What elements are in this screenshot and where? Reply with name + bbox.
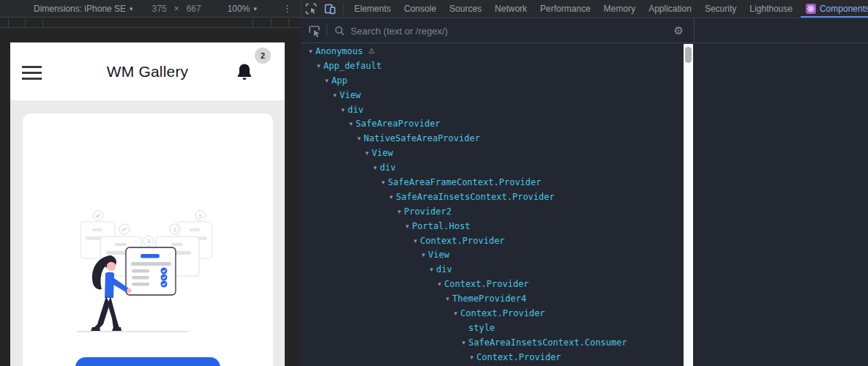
inspect-element-icon[interactable] xyxy=(305,3,317,15)
tree-row[interactable]: ▾SafeAreaInsetsContext.Consumer xyxy=(301,335,684,350)
expand-arrow-icon[interactable]: ▾ xyxy=(419,251,428,258)
component-name: ThemeProvider4 xyxy=(452,294,526,304)
expand-arrow-icon[interactable]: ▾ xyxy=(330,92,340,99)
zoom-select[interactable]: 100% ▾ xyxy=(228,4,257,14)
svg-text:5: 5 xyxy=(199,213,203,220)
select-component-icon[interactable] xyxy=(308,25,321,37)
tab-console[interactable]: Console xyxy=(397,0,443,18)
chevron-down-icon: ▾ xyxy=(130,5,133,12)
expand-arrow-icon[interactable]: ▾ xyxy=(394,208,404,215)
tab-lighthouse[interactable]: Lighthouse xyxy=(743,0,799,18)
tab-memory[interactable]: Memory xyxy=(597,0,642,18)
svg-text:3: 3 xyxy=(147,238,151,244)
component-name: div xyxy=(380,163,396,173)
tree-row[interactable]: ▾App_default xyxy=(301,59,684,73)
tab-performance[interactable]: Performance xyxy=(534,0,597,18)
tree-row[interactable]: style xyxy=(301,321,684,335)
notification-badge: 2 xyxy=(255,48,271,64)
tree-row[interactable]: ▾SafeAreaInsetsContext.Provider xyxy=(301,190,684,204)
expand-arrow-icon[interactable]: ▾ xyxy=(403,223,412,230)
content-card: 315 xyxy=(23,113,273,366)
kebab-menu-icon[interactable]: ⋮ xyxy=(283,3,292,14)
tree-row[interactable]: ▾App xyxy=(301,73,684,88)
expand-arrow-icon[interactable]: ▾ xyxy=(306,48,315,55)
tree-row[interactable]: ▾div xyxy=(301,160,684,175)
tab-sources[interactable]: Sources xyxy=(443,0,488,18)
tree-row[interactable]: ▾SafeAreaProvider xyxy=(301,116,684,131)
device-toolbar: Dimensions: iPhone SE ▾ 375 × 667 100% ▾… xyxy=(0,0,301,18)
tree-row[interactable]: ▾View xyxy=(301,88,684,102)
expand-arrow-icon[interactable]: ▾ xyxy=(370,164,380,171)
component-name: Anonymous xyxy=(315,46,363,56)
tree-row[interactable]: ▾Context.Provider xyxy=(301,277,684,291)
component-tree: ▾Anonymous⚠▾App_default▾App▾View▾div▾Saf… xyxy=(301,44,684,366)
expand-arrow-icon[interactable]: ▾ xyxy=(338,106,348,113)
device-toolbar-toggle-icon[interactable] xyxy=(324,3,336,15)
component-details-pane xyxy=(694,44,868,366)
tab-components[interactable]: Components xyxy=(799,0,868,18)
cta-button[interactable] xyxy=(75,357,220,366)
scrollbar-thumb[interactable] xyxy=(685,47,692,63)
expand-arrow-icon[interactable]: ▾ xyxy=(362,149,372,157)
expand-arrow-icon[interactable]: ▾ xyxy=(435,280,444,288)
tree-row[interactable]: ▾Context.Provider xyxy=(301,350,684,365)
react-components-panel: ⚙ ▾Anonymous⚠▾App_default▾App▾View▾div▾S… xyxy=(301,18,868,366)
component-name: SafeAreaProvider xyxy=(356,119,441,129)
tree-row[interactable]: ▾div xyxy=(301,262,684,277)
width-input[interactable]: 375 xyxy=(152,4,167,14)
expand-arrow-icon[interactable]: ▾ xyxy=(354,135,364,142)
expand-arrow-icon[interactable]: ▾ xyxy=(314,62,323,70)
tab-application[interactable]: Application xyxy=(642,0,698,18)
expand-arrow-icon[interactable]: ▾ xyxy=(459,339,468,346)
gear-icon[interactable]: ⚙ xyxy=(674,24,684,37)
expand-arrow-icon[interactable]: ▾ xyxy=(451,310,460,317)
tree-row[interactable]: ▾Portal.Host xyxy=(301,219,684,234)
tree-row[interactable]: ▾div xyxy=(301,102,684,117)
multiply-icon: × xyxy=(174,4,179,14)
tree-row[interactable]: ▾SafeAreaFrameContext.Provider xyxy=(301,175,684,190)
tree-row[interactable]: ▾NativeSafeAreaProvider xyxy=(301,131,684,146)
component-name: Context.Provider xyxy=(460,308,545,318)
search-input[interactable] xyxy=(351,26,674,37)
tree-row[interactable]: ▾Context.Provider xyxy=(301,234,684,248)
tab-security[interactable]: Security xyxy=(698,0,743,18)
bell-icon[interactable] xyxy=(235,62,254,83)
components-toolbar: ⚙ xyxy=(301,18,868,43)
tree-row[interactable]: ▾View xyxy=(301,146,684,160)
tree-row[interactable]: ▾Context.Provider xyxy=(301,306,684,321)
expand-arrow-icon[interactable]: ▾ xyxy=(378,179,388,186)
onboarding-illustration: 315 xyxy=(75,210,217,333)
tree-row[interactable]: ▾Anonymous⚠ xyxy=(301,44,684,59)
tab-elements[interactable]: Elements xyxy=(348,0,397,18)
component-name: App xyxy=(332,75,348,86)
component-name: SafeAreaInsetsContext.Provider xyxy=(396,192,555,202)
chevron-down-icon: ▾ xyxy=(253,5,257,12)
expand-arrow-icon[interactable]: ▾ xyxy=(346,120,356,127)
device-select[interactable]: Dimensions: iPhone SE ▾ xyxy=(34,4,133,14)
expand-arrow-icon[interactable]: ▾ xyxy=(467,354,476,361)
expand-arrow-icon[interactable]: ▾ xyxy=(427,266,436,273)
ruler xyxy=(0,18,301,28)
app-body: 315 xyxy=(10,100,285,366)
tree-row[interactable]: ▾View xyxy=(301,247,684,262)
tab-network[interactable]: Network xyxy=(488,0,534,18)
expand-arrow-icon[interactable]: ▾ xyxy=(411,237,420,244)
component-name: View xyxy=(340,90,361,100)
device-select-label: Dimensions: iPhone SE xyxy=(34,4,126,14)
component-name: App_default xyxy=(323,61,381,71)
expand-arrow-icon[interactable]: ▾ xyxy=(443,295,452,302)
scrollbar[interactable] xyxy=(684,44,693,366)
tree-row[interactable]: ▾ThemeProvider4 xyxy=(301,291,684,306)
component-name: style xyxy=(468,323,495,333)
component-name: SafeAreaFrameContext.Provider xyxy=(388,177,542,187)
expand-arrow-icon[interactable]: ▾ xyxy=(386,193,396,201)
component-name: Provider2 xyxy=(404,206,452,217)
component-name: View xyxy=(372,148,393,158)
svg-text:1: 1 xyxy=(173,226,177,233)
expand-arrow-icon[interactable]: ▾ xyxy=(322,77,332,84)
height-input[interactable]: 667 xyxy=(187,4,201,14)
component-name: NativeSafeAreaProvider xyxy=(364,133,480,143)
component-name: Context.Provider xyxy=(444,279,529,289)
device-screen: WM Gallery 2 xyxy=(10,42,285,366)
tree-row[interactable]: ▾Provider2 xyxy=(301,204,684,219)
